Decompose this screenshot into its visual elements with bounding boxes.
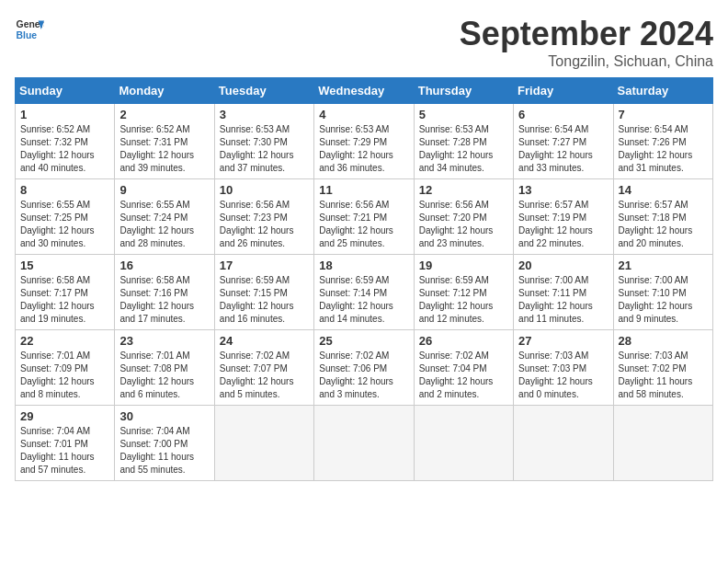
day-info: Sunrise: 6:59 AM Sunset: 7:15 PM Dayligh… bbox=[220, 274, 309, 326]
day-cell: 23 Sunrise: 7:01 AM Sunset: 7:08 PM Dayl… bbox=[115, 330, 214, 406]
day-cell: 6 Sunrise: 6:54 AM Sunset: 7:27 PM Dayli… bbox=[514, 104, 613, 179]
day-cell: 19 Sunrise: 6:59 AM Sunset: 7:12 PM Dayl… bbox=[414, 255, 513, 330]
day-info: Sunrise: 6:53 AM Sunset: 7:30 PM Dayligh… bbox=[220, 123, 309, 175]
day-cell: 8 Sunrise: 6:55 AM Sunset: 7:25 PM Dayli… bbox=[16, 179, 115, 255]
day-number: 7 bbox=[619, 108, 708, 121]
day-number: 17 bbox=[220, 259, 309, 272]
day-number: 26 bbox=[419, 334, 508, 348]
day-number: 4 bbox=[319, 108, 408, 121]
day-number: 13 bbox=[518, 183, 608, 197]
logo-icon: General Blue bbox=[15, 15, 44, 44]
day-number: 24 bbox=[220, 334, 309, 348]
calendar-table: Sunday Monday Tuesday Wednesday Thursday… bbox=[15, 77, 713, 481]
day-number: 16 bbox=[119, 259, 209, 272]
day-number: 21 bbox=[619, 259, 708, 272]
location: Tongzilin, Sichuan, China bbox=[460, 53, 713, 70]
day-info: Sunrise: 6:56 AM Sunset: 7:21 PM Dayligh… bbox=[319, 199, 408, 250]
day-cell: 5 Sunrise: 6:53 AM Sunset: 7:28 PM Dayli… bbox=[414, 104, 513, 179]
col-tuesday: Tuesday bbox=[214, 78, 313, 104]
col-friday: Friday bbox=[514, 78, 613, 104]
day-number: 29 bbox=[20, 409, 109, 423]
day-info: Sunrise: 6:57 AM Sunset: 7:18 PM Dayligh… bbox=[619, 199, 708, 250]
day-cell: 9 Sunrise: 6:55 AM Sunset: 7:24 PM Dayli… bbox=[115, 179, 214, 255]
day-cell: 15 Sunrise: 6:58 AM Sunset: 7:17 PM Dayl… bbox=[16, 255, 115, 330]
col-saturday: Saturday bbox=[613, 78, 712, 104]
day-number: 14 bbox=[619, 183, 708, 197]
day-cell: 27 Sunrise: 7:03 AM Sunset: 7:03 PM Dayl… bbox=[514, 330, 613, 406]
day-info: Sunrise: 6:54 AM Sunset: 7:26 PM Dayligh… bbox=[619, 123, 708, 175]
day-cell: 16 Sunrise: 6:58 AM Sunset: 7:16 PM Dayl… bbox=[115, 255, 214, 330]
day-info: Sunrise: 7:02 AM Sunset: 7:07 PM Dayligh… bbox=[220, 350, 309, 401]
day-cell: 25 Sunrise: 7:02 AM Sunset: 7:06 PM Dayl… bbox=[314, 330, 414, 406]
day-number: 15 bbox=[20, 259, 109, 272]
day-cell: 2 Sunrise: 6:52 AM Sunset: 7:31 PM Dayli… bbox=[115, 104, 214, 179]
day-number: 28 bbox=[619, 334, 708, 348]
page-header: General Blue September 2024 Tongzilin, S… bbox=[15, 15, 713, 70]
day-cell: 10 Sunrise: 6:56 AM Sunset: 7:23 PM Dayl… bbox=[214, 179, 313, 255]
day-cell: 20 Sunrise: 7:00 AM Sunset: 7:11 PM Dayl… bbox=[514, 255, 613, 330]
day-cell: 17 Sunrise: 6:59 AM Sunset: 7:15 PM Dayl… bbox=[214, 255, 313, 330]
empty-cell bbox=[214, 406, 313, 481]
day-cell: 13 Sunrise: 6:57 AM Sunset: 7:19 PM Dayl… bbox=[514, 179, 613, 255]
day-number: 9 bbox=[119, 183, 209, 197]
day-number: 6 bbox=[518, 108, 608, 121]
day-info: Sunrise: 6:53 AM Sunset: 7:29 PM Dayligh… bbox=[319, 123, 408, 175]
col-monday: Monday bbox=[115, 78, 214, 104]
day-number: 8 bbox=[20, 183, 109, 197]
day-cell: 29 Sunrise: 7:04 AM Sunset: 7:01 PM Dayl… bbox=[16, 406, 115, 481]
empty-cell bbox=[514, 406, 613, 481]
day-cell: 4 Sunrise: 6:53 AM Sunset: 7:29 PM Dayli… bbox=[314, 104, 414, 179]
day-cell: 3 Sunrise: 6:53 AM Sunset: 7:30 PM Dayli… bbox=[214, 104, 313, 179]
empty-cell bbox=[613, 406, 712, 481]
day-cell: 12 Sunrise: 6:56 AM Sunset: 7:20 PM Dayl… bbox=[414, 179, 513, 255]
day-info: Sunrise: 7:04 AM Sunset: 7:01 PM Dayligh… bbox=[20, 425, 109, 477]
day-cell: 1 Sunrise: 6:52 AM Sunset: 7:32 PM Dayli… bbox=[16, 104, 115, 179]
day-info: Sunrise: 6:55 AM Sunset: 7:25 PM Dayligh… bbox=[20, 199, 109, 250]
day-info: Sunrise: 6:59 AM Sunset: 7:14 PM Dayligh… bbox=[319, 274, 408, 326]
day-number: 1 bbox=[20, 108, 109, 121]
day-number: 25 bbox=[319, 334, 408, 348]
day-number: 30 bbox=[119, 409, 209, 423]
day-info: Sunrise: 7:03 AM Sunset: 7:02 PM Dayligh… bbox=[619, 350, 708, 401]
day-cell: 21 Sunrise: 7:00 AM Sunset: 7:10 PM Dayl… bbox=[613, 255, 712, 330]
col-wednesday: Wednesday bbox=[314, 78, 414, 104]
day-number: 5 bbox=[419, 108, 508, 121]
day-info: Sunrise: 6:58 AM Sunset: 7:17 PM Dayligh… bbox=[20, 274, 109, 326]
day-info: Sunrise: 6:52 AM Sunset: 7:32 PM Dayligh… bbox=[20, 123, 109, 175]
day-number: 23 bbox=[119, 334, 209, 348]
day-cell: 26 Sunrise: 7:02 AM Sunset: 7:04 PM Dayl… bbox=[414, 330, 513, 406]
day-info: Sunrise: 7:04 AM Sunset: 7:00 PM Dayligh… bbox=[119, 425, 209, 477]
day-info: Sunrise: 6:59 AM Sunset: 7:12 PM Dayligh… bbox=[419, 274, 508, 326]
col-thursday: Thursday bbox=[414, 78, 513, 104]
day-cell: 24 Sunrise: 7:02 AM Sunset: 7:07 PM Dayl… bbox=[214, 330, 313, 406]
month-title: September 2024 bbox=[460, 15, 713, 53]
day-number: 22 bbox=[20, 334, 109, 348]
day-info: Sunrise: 6:55 AM Sunset: 7:24 PM Dayligh… bbox=[119, 199, 209, 250]
day-cell: 22 Sunrise: 7:01 AM Sunset: 7:09 PM Dayl… bbox=[16, 330, 115, 406]
header-row: Sunday Monday Tuesday Wednesday Thursday… bbox=[16, 78, 713, 104]
day-number: 3 bbox=[220, 108, 309, 121]
day-number: 11 bbox=[319, 183, 408, 197]
day-info: Sunrise: 6:56 AM Sunset: 7:23 PM Dayligh… bbox=[220, 199, 309, 250]
col-sunday: Sunday bbox=[16, 78, 115, 104]
empty-cell bbox=[414, 406, 513, 481]
day-info: Sunrise: 6:53 AM Sunset: 7:28 PM Dayligh… bbox=[419, 123, 508, 175]
day-info: Sunrise: 7:00 AM Sunset: 7:11 PM Dayligh… bbox=[518, 274, 608, 326]
title-area: September 2024 Tongzilin, Sichuan, China bbox=[460, 15, 713, 70]
day-number: 10 bbox=[220, 183, 309, 197]
day-info: Sunrise: 7:02 AM Sunset: 7:06 PM Dayligh… bbox=[319, 350, 408, 401]
day-cell: 30 Sunrise: 7:04 AM Sunset: 7:00 PM Dayl… bbox=[115, 406, 214, 481]
day-number: 20 bbox=[518, 259, 608, 272]
svg-text:Blue: Blue bbox=[17, 30, 38, 40]
day-info: Sunrise: 6:57 AM Sunset: 7:19 PM Dayligh… bbox=[518, 199, 608, 250]
day-info: Sunrise: 7:03 AM Sunset: 7:03 PM Dayligh… bbox=[518, 350, 608, 401]
day-number: 12 bbox=[419, 183, 508, 197]
day-info: Sunrise: 6:52 AM Sunset: 7:31 PM Dayligh… bbox=[119, 123, 209, 175]
day-number: 19 bbox=[419, 259, 508, 272]
day-cell: 28 Sunrise: 7:03 AM Sunset: 7:02 PM Dayl… bbox=[613, 330, 712, 406]
day-info: Sunrise: 7:01 AM Sunset: 7:09 PM Dayligh… bbox=[20, 350, 109, 401]
day-info: Sunrise: 6:58 AM Sunset: 7:16 PM Dayligh… bbox=[119, 274, 209, 326]
day-cell: 18 Sunrise: 6:59 AM Sunset: 7:14 PM Dayl… bbox=[314, 255, 414, 330]
day-cell: 11 Sunrise: 6:56 AM Sunset: 7:21 PM Dayl… bbox=[314, 179, 414, 255]
empty-cell bbox=[314, 406, 414, 481]
